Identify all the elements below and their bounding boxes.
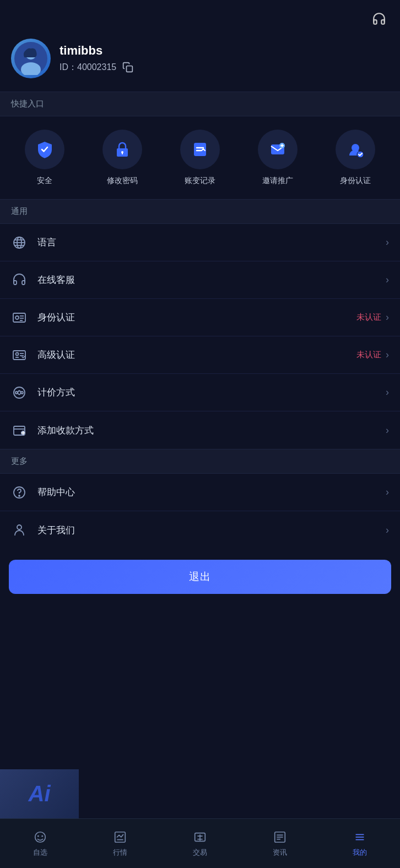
advanced-verify-icon (11, 347, 28, 363)
copy-id-button[interactable] (122, 61, 134, 73)
about-us-icon (11, 522, 28, 538)
quick-item-change-password[interactable]: 修改密码 (100, 130, 144, 186)
svg-point-28 (15, 392, 18, 394)
ai-watermark: Ai (0, 769, 79, 818)
customer-service-label: 在线客服 (37, 274, 386, 286)
quick-item-security[interactable]: 安全 (23, 130, 67, 186)
payment-method-label: 添加收款方式 (37, 424, 386, 437)
menu-item-language[interactable]: 语言 › (0, 224, 400, 261)
favorites-nav-label: 自选 (33, 848, 47, 858)
menu-item-about-us[interactable]: 关于我们 › (0, 511, 400, 549)
pricing-chevron: › (386, 387, 389, 398)
trade-nav-label: 交易 (193, 848, 207, 858)
general-section-header: 通用 (0, 199, 400, 224)
svg-rect-3 (127, 66, 133, 72)
more-menu-list: 帮助中心 › 关于我们 › (0, 474, 400, 549)
quick-access-header: 快捷入口 (0, 92, 400, 116)
nav-item-news[interactable]: 资讯 (252, 829, 307, 858)
svg-rect-6 (122, 152, 123, 154)
svg-point-18 (15, 316, 19, 319)
user-id-value: 40002315 (77, 62, 116, 72)
invite-icon-circle (258, 130, 298, 169)
bottom-spacer (0, 605, 400, 638)
about-us-chevron: › (386, 524, 389, 536)
change-password-icon-circle (102, 130, 142, 169)
payment-method-icon (11, 422, 28, 438)
advanced-verify-status: 未认证 (356, 350, 381, 360)
language-icon (11, 234, 28, 251)
svg-rect-22 (13, 351, 25, 360)
profile-section: timibbs ID：40002315 (0, 33, 400, 92)
id-verify-icon (11, 309, 28, 326)
profile-info: timibbs ID：40002315 (60, 44, 134, 73)
quick-item-invite[interactable]: 邀请推广 (256, 130, 300, 186)
market-nav-label: 行情 (113, 848, 127, 858)
favorites-nav-icon (33, 829, 48, 845)
identity-icon-circle (336, 130, 375, 169)
language-label: 语言 (37, 236, 386, 249)
svg-point-39 (41, 835, 43, 837)
user-id-row: ID：40002315 (60, 61, 134, 73)
quick-item-account-change[interactable]: 账变记录 (178, 130, 222, 186)
customer-service-icon (11, 272, 28, 288)
security-icon-circle (25, 130, 64, 169)
quick-access-grid: 安全 修改密码 账变记录 (0, 116, 400, 199)
svg-rect-40 (115, 832, 125, 843)
news-nav-label: 资讯 (273, 848, 287, 858)
support-icon[interactable] (369, 9, 389, 29)
advanced-verify-label: 高级认证 (37, 349, 356, 361)
pricing-icon (11, 384, 28, 401)
nav-item-mine[interactable]: 我的 (332, 829, 387, 858)
account-change-label: 账变记录 (185, 176, 215, 186)
security-label: 安全 (37, 176, 52, 186)
logout-button[interactable]: 退出 (9, 560, 391, 594)
about-us-label: 关于我们 (37, 524, 386, 537)
avatar (11, 39, 51, 78)
menu-item-id-verify[interactable]: 身份认证 未认证 › (0, 299, 400, 336)
header (0, 0, 400, 33)
account-change-icon-circle (180, 130, 220, 169)
identity-label: 身份认证 (340, 176, 371, 186)
menu-item-pricing[interactable]: 计价方式 › (0, 374, 400, 411)
more-section-header: 更多 (0, 449, 400, 474)
menu-item-help-center[interactable]: 帮助中心 › (0, 474, 400, 511)
svg-point-36 (17, 525, 21, 529)
svg-point-37 (35, 832, 45, 843)
help-center-icon (11, 484, 28, 501)
quick-item-identity[interactable]: 身份认证 (333, 130, 377, 186)
menu-item-advanced-verify[interactable]: 高级认证 未认证 › (0, 336, 400, 374)
menu-item-customer-service[interactable]: 在线客服 › (0, 261, 400, 299)
trade-nav-icon (192, 829, 208, 845)
advanced-verify-chevron: › (386, 349, 389, 361)
username: timibbs (60, 44, 134, 58)
bottom-navigation: 自选 行情 交易 (0, 818, 400, 868)
change-password-label: 修改密码 (107, 176, 138, 186)
payment-method-chevron: › (386, 425, 389, 436)
id-verify-chevron: › (386, 312, 389, 323)
mine-nav-icon (352, 829, 367, 845)
mine-nav-label: 我的 (353, 848, 367, 858)
customer-service-chevron: › (386, 274, 389, 286)
menu-item-payment-method[interactable]: 添加收款方式 › (0, 411, 400, 449)
help-center-chevron: › (386, 486, 389, 498)
id-verify-status: 未认证 (356, 312, 381, 323)
nav-item-favorites[interactable]: 自选 (13, 829, 68, 858)
pricing-label: 计价方式 (37, 386, 386, 399)
user-id-label: ID：40002315 (60, 62, 116, 73)
id-verify-label: 身份认证 (37, 311, 356, 324)
nav-item-market[interactable]: 行情 (93, 829, 148, 858)
nav-item-trade[interactable]: 交易 (172, 829, 228, 858)
svg-point-29 (21, 392, 23, 394)
language-chevron: › (386, 237, 389, 248)
svg-point-23 (16, 352, 19, 355)
logout-section: 退出 (0, 549, 400, 605)
general-menu-list: 语言 › 在线客服 › 身份认证 未认证 › (0, 224, 400, 449)
svg-point-35 (19, 495, 20, 496)
invite-label: 邀请推广 (262, 176, 293, 186)
svg-point-38 (37, 835, 39, 837)
news-nav-icon (272, 829, 288, 845)
market-nav-icon (112, 829, 128, 845)
help-center-label: 帮助中心 (37, 486, 386, 499)
